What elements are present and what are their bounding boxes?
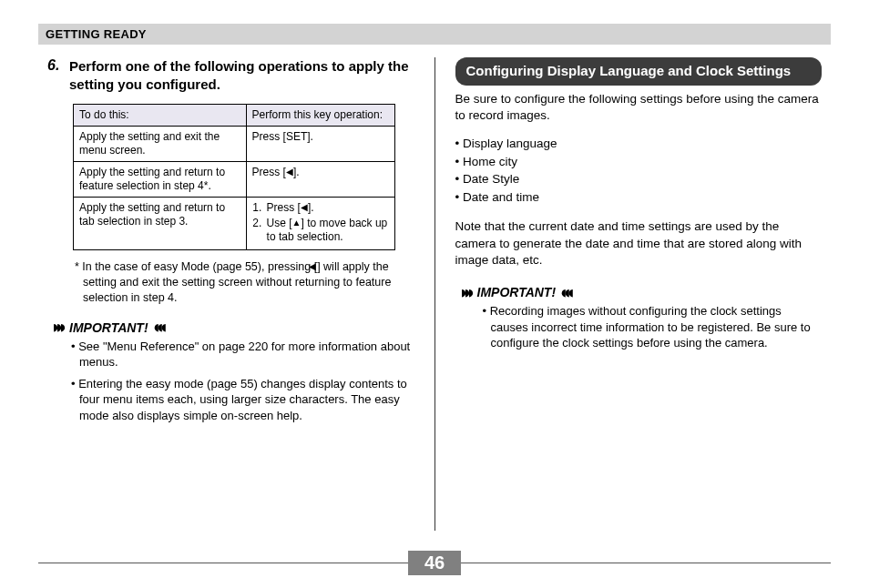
decoration-icon: ◗◗◗ (53, 321, 64, 333)
decoration-icon: ◖◖◖ (561, 287, 572, 299)
table-cell: Apply the setting and return to tab sele… (74, 198, 247, 250)
two-column-layout: 6. Perform one of the following operatio… (38, 57, 831, 531)
note-paragraph: Note that the current date and time sett… (455, 218, 823, 269)
manual-page: GETTING READY 6. Perform one of the foll… (0, 0, 869, 588)
step-number: 6. (47, 57, 64, 93)
list-item: See "Menu Reference" on page 220 for mor… (71, 339, 414, 370)
table-header-row: To do this: Perform this key operation: (74, 105, 395, 127)
text: Use [ (267, 217, 292, 229)
table-row: Apply the setting and exit the menu scre… (74, 127, 395, 162)
right-column: Configuring Display Language and Clock S… (435, 57, 832, 531)
important-heading: ◗◗◗ IMPORTANT! ◖◖◖ (461, 285, 823, 299)
page-number: 46 (408, 551, 461, 575)
intro-paragraph: Be sure to configure the following setti… (455, 91, 823, 124)
step-heading: 6. Perform one of the following operatio… (47, 57, 414, 93)
list-item: Home city (455, 153, 823, 171)
list-item: Use [▲] to move back up to tab selection… (265, 217, 390, 244)
page-footer: 46 (38, 551, 831, 575)
settings-list: Display language Home city Date Style Da… (455, 135, 823, 206)
left-arrow-icon: ◀ (286, 167, 293, 178)
section-header: GETTING READY (38, 24, 831, 45)
up-arrow-icon: ▲ (292, 218, 302, 229)
text: ]. (293, 166, 300, 178)
table-cell: Press [◀]. (246, 162, 395, 198)
table-header-cell: Perform this key operation: (246, 105, 395, 127)
important-label: IMPORTANT! (477, 285, 557, 299)
table-header-cell: To do this: (74, 105, 247, 127)
table-cell: Press [SET]. (246, 127, 395, 162)
footer-line (38, 563, 408, 563)
table-cell: Press [◀]. Use [▲] to move back up to ta… (246, 198, 395, 250)
table-row: Apply the setting and return to tab sele… (74, 198, 395, 250)
list-item: Date Style (455, 170, 823, 188)
list-item: Date and time (455, 188, 823, 207)
text: Press [ (252, 166, 286, 178)
text: Press [ (267, 201, 301, 214)
table-cell: Apply the setting and exit the menu scre… (74, 127, 247, 162)
footer-line (461, 563, 831, 563)
table-cell: Apply the setting and return to feature … (74, 162, 247, 198)
important-heading: ◗◗◗ IMPORTANT! ◖◖◖ (53, 320, 414, 335)
step-text: Perform one of the following operations … (69, 57, 414, 93)
section-title: Configuring Display Language and Clock S… (455, 57, 823, 86)
list-item: Entering the easy mode (page 55) changes… (71, 376, 414, 424)
text: * In the case of easy Mode (page 55), pr… (75, 260, 317, 273)
section-header-text: GETTING READY (46, 27, 147, 41)
decoration-icon: ◗◗◗ (461, 287, 472, 299)
decoration-icon: ◖◖◖ (154, 321, 165, 333)
list-item: Display language (455, 135, 823, 153)
left-column: 6. Perform one of the following operatio… (38, 57, 434, 531)
left-arrow-icon: ◀ (301, 202, 308, 214)
footnote: * In the case of easy Mode (page 55), pr… (75, 259, 411, 306)
list-item: Press [◀]. (265, 201, 390, 215)
important-bullet: Recording images without configuring the… (483, 303, 823, 351)
table-row: Apply the setting and return to feature … (74, 162, 395, 198)
important-label: IMPORTANT! (69, 320, 148, 335)
important-bullets: See "Menu Reference" on page 220 for mor… (71, 339, 414, 424)
operations-table: To do this: Perform this key operation: … (73, 104, 395, 250)
text: ]. (308, 201, 314, 214)
